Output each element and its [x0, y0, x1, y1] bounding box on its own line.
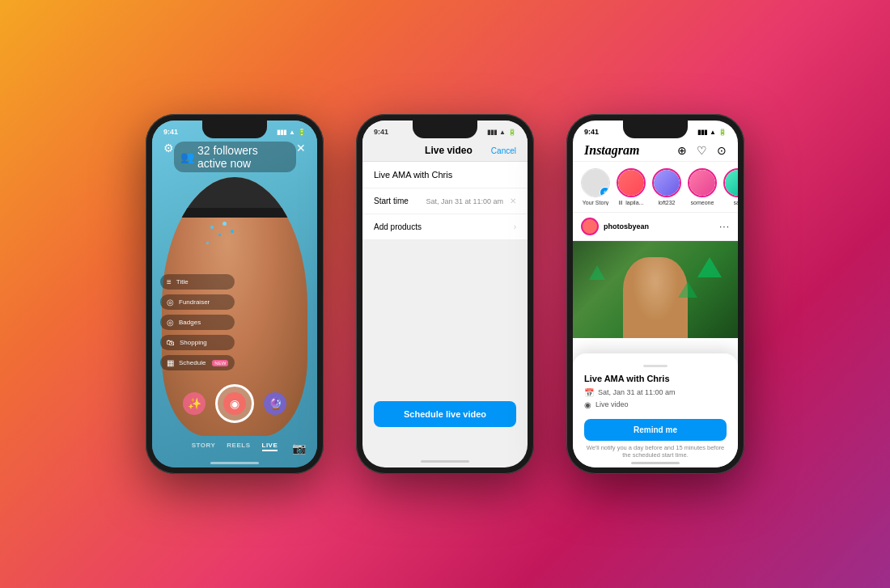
live-menu: ≡ Title ◎ Fundraiser ◎ Badges 🛍 Shopping…: [160, 274, 235, 370]
start-time-label: Start time: [374, 197, 409, 205]
menu-shopping[interactable]: 🛍 Shopping: [160, 335, 235, 350]
settings-icon[interactable]: ⚙: [163, 142, 174, 172]
nav-story[interactable]: STORY: [192, 442, 216, 451]
nav-reels[interactable]: REELS: [227, 442, 250, 451]
menu-schedule[interactable]: ▦ Schedule NEW: [160, 355, 235, 370]
your-story-avatar: [581, 168, 610, 197]
live-video-icon: ◉: [584, 400, 591, 409]
status-time: 9:41: [374, 128, 388, 136]
notch: [623, 121, 688, 138]
status-icons: ▮▮▮▲🔋: [487, 129, 516, 136]
form-title: Live video: [425, 145, 473, 156]
schedule-live-video-button[interactable]: Schedule live video: [374, 401, 516, 427]
followers-badge: 👥 32 followers active now: [174, 142, 296, 172]
phone-camera: 9:41 ▮▮▮▲🔋 ⚙ 👥 32 followers active now ✕…: [146, 114, 324, 474]
menu-badges[interactable]: ◎ Badges: [160, 315, 235, 330]
story-avatar-1: [617, 168, 646, 197]
modal-live-detail: ◉ Live video: [584, 400, 727, 409]
story-label-2: loft232: [658, 200, 675, 205]
menu-title[interactable]: ≡ Title: [160, 274, 235, 290]
triangle-3: [589, 265, 605, 280]
start-time-row[interactable]: Start time Sat, Jan 31 at 11:00 am ✕: [362, 188, 528, 214]
header-icons: ⊕ ♡ ⊙: [677, 144, 727, 157]
story-label-3: someone: [691, 200, 714, 205]
story-avatar-2: [652, 168, 681, 197]
instagram-header: Instagram ⊕ ♡ ⊙: [573, 140, 738, 162]
effect-btn[interactable]: ✨: [183, 392, 206, 415]
post-image: [573, 241, 738, 338]
modal-live-text: Live video: [595, 400, 629, 408]
form-header: Live video Cancel: [362, 140, 528, 162]
schedule-icon: ▦: [167, 358, 174, 367]
story-item-3[interactable]: someone: [688, 168, 717, 205]
add-products-row[interactable]: Add products ›: [362, 214, 528, 240]
messenger-icon[interactable]: ⊙: [717, 144, 727, 157]
followers-count: 32 followers active now: [197, 144, 290, 170]
shopping-icon: 🛍: [167, 338, 175, 347]
menu-fundraiser[interactable]: ◎ Fundraiser: [160, 294, 235, 310]
live-reminder-modal: Live AMA with Chris 📅 Sat, Jan 31 at 11:…: [573, 353, 738, 468]
cancel-button[interactable]: Cancel: [491, 146, 516, 155]
schedule-btn-container: Schedule live video: [362, 385, 528, 443]
form-body: Live AMA with Chris Start time Sat, Jan …: [362, 162, 528, 240]
story-item-1[interactable]: lil_lapila...: [617, 168, 646, 205]
bottom-controls: ✨ ◉ 🔮: [152, 384, 317, 423]
chevron-right-icon: ›: [514, 222, 516, 231]
live-wave-icon: ◉: [230, 397, 239, 410]
story-label-1: lil_lapila...: [619, 200, 644, 205]
triangle-1: [697, 257, 722, 277]
heart-icon[interactable]: ♡: [697, 144, 707, 157]
menu-title-label: Title: [176, 278, 189, 286]
start-time-value: Sat, Jan 31 at 11:00 am ✕: [426, 197, 516, 205]
status-time: 9:41: [584, 128, 599, 136]
menu-fundraiser-label: Fundraiser: [179, 298, 210, 306]
filter-btn[interactable]: 🔮: [264, 392, 286, 415]
modal-date-detail: 📅 Sat, Jan 31 at 11:00 am: [584, 388, 727, 397]
menu-shopping-label: Shopping: [180, 339, 207, 346]
fundraiser-icon: ◎: [167, 298, 174, 307]
remind-note-text: We'll notify you a day before and 15 min…: [584, 444, 727, 460]
status-icons: ▮▮▮▲🔋: [697, 129, 727, 136]
story-item-4[interactable]: sas: [723, 168, 738, 205]
stories-row: Your Story lil_lapila... loft232 someone: [573, 162, 738, 213]
add-post-icon[interactable]: ⊕: [677, 144, 687, 157]
record-button[interactable]: ◉: [215, 384, 254, 423]
post-header: photosbyean ···: [573, 213, 738, 241]
notch: [202, 121, 267, 138]
status-icons: ▮▮▮▲🔋: [277, 129, 306, 136]
modal-event-title: Live AMA with Chris: [584, 374, 727, 383]
instagram-logo: Instagram: [584, 143, 639, 158]
new-badge: NEW: [212, 360, 228, 366]
story-avatar-3: [688, 168, 717, 197]
live-title-text: Live AMA with Chris: [374, 170, 452, 180]
post-person: [623, 257, 688, 338]
menu-badges-label: Badges: [179, 319, 201, 326]
story-item-2[interactable]: loft232: [652, 168, 681, 205]
title-icon: ≡: [167, 277, 172, 286]
flip-camera-icon[interactable]: 📷: [292, 442, 306, 455]
remind-me-button[interactable]: Remind me: [584, 419, 727, 441]
status-time: 9:41: [163, 128, 178, 136]
post-username[interactable]: photosbyean: [604, 222, 649, 231]
triangle-2: [678, 281, 697, 298]
story-label-4: sas: [734, 200, 738, 205]
live-title-row: Live AMA with Chris: [362, 162, 528, 188]
story-item-your[interactable]: Your Story: [581, 168, 610, 205]
add-products-label: Add products: [374, 222, 422, 231]
top-icons-bar: ⚙ 👥 32 followers active now ✕: [152, 142, 317, 172]
calendar-icon: 📅: [584, 388, 594, 397]
phone-instagram: 9:41 ▮▮▮▲🔋 Instagram ⊕ ♡ ⊙ Your Story: [566, 114, 744, 474]
clear-time-button[interactable]: ✕: [510, 197, 516, 205]
notch: [413, 121, 477, 138]
start-time-display: Sat, Jan 31 at 11:00 am: [426, 197, 503, 205]
post-more-options[interactable]: ···: [719, 221, 730, 232]
record-inner: ◉: [223, 392, 246, 415]
hat-decoration: [186, 177, 283, 218]
your-story-label: Your Story: [583, 200, 608, 205]
close-icon[interactable]: ✕: [296, 142, 306, 172]
story-avatar-4: [723, 168, 738, 197]
post-user-avatar: [581, 218, 599, 235]
modal-handle: [643, 365, 668, 367]
nav-live[interactable]: LIVE: [262, 442, 278, 451]
modal-date-text: Sat, Jan 31 at 11:00 am: [598, 388, 676, 396]
